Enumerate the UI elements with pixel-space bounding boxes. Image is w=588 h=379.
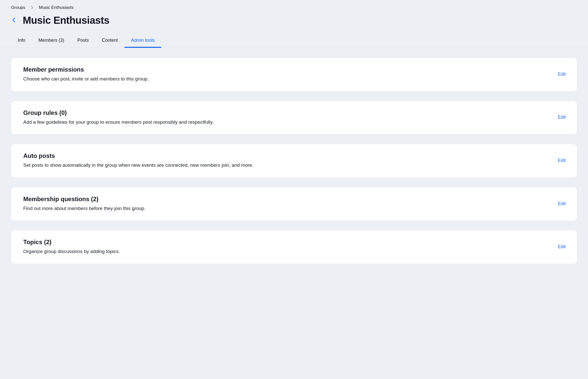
card-auto-posts: Auto posts Set posts to show automatical…	[11, 144, 577, 177]
card-desc: Add a few guidelines for your group to e…	[23, 119, 214, 126]
chevron-right-icon	[31, 6, 33, 10]
card-group-rules: Group rules (0) Add a few guidelines for…	[11, 101, 577, 134]
card-title: Topics (2)	[23, 239, 120, 246]
edit-member-permissions-button[interactable]: Edit	[557, 71, 567, 78]
edit-group-rules-button[interactable]: Edit	[557, 114, 567, 121]
card-text: Member permissions Choose who can post, …	[23, 66, 149, 82]
admin-tools-content: Member permissions Choose who can post, …	[0, 48, 588, 264]
card-title: Auto posts	[23, 152, 253, 159]
card-desc: Choose who can post, invite or add membe…	[23, 76, 149, 82]
card-title: Membership questions (2)	[23, 196, 146, 203]
breadcrumb-root-link[interactable]: Groups	[11, 5, 25, 10]
card-title: Member permissions	[23, 66, 149, 73]
card-desc: Find out more about members before they …	[23, 205, 146, 212]
tab-info[interactable]: Info	[11, 34, 32, 48]
tab-content[interactable]: Content	[95, 34, 124, 48]
tab-members[interactable]: Members (3)	[32, 34, 71, 48]
card-title: Group rules (0)	[23, 109, 214, 116]
card-topics: Topics (2) Organize group discussions by…	[11, 230, 577, 264]
card-membership-questions: Membership questions (2) Find out more a…	[11, 187, 577, 221]
breadcrumb: Groups Music Enthusiasts	[0, 0, 588, 13]
tab-admin-tools[interactable]: Admin tools	[124, 34, 161, 48]
tabs: Info Members (3) Posts Content Admin too…	[0, 34, 588, 48]
card-text: Membership questions (2) Find out more a…	[23, 196, 146, 212]
back-button[interactable]	[11, 16, 17, 25]
edit-topics-button[interactable]: Edit	[557, 243, 567, 250]
card-member-permissions: Member permissions Choose who can post, …	[11, 58, 577, 91]
card-desc: Set posts to show automatically in the g…	[23, 162, 253, 169]
page-title: Music Enthusiasts	[23, 15, 109, 26]
edit-auto-posts-button[interactable]: Edit	[557, 157, 567, 164]
chevron-left-icon	[12, 17, 16, 24]
card-text: Group rules (0) Add a few guidelines for…	[23, 109, 214, 126]
card-desc: Organize group discussions by adding top…	[23, 248, 120, 255]
tab-posts[interactable]: Posts	[71, 34, 95, 48]
page-header: Music Enthusiasts	[0, 13, 588, 34]
breadcrumb-current: Music Enthusiasts	[39, 5, 74, 10]
card-text: Topics (2) Organize group discussions by…	[23, 239, 120, 255]
edit-membership-questions-button[interactable]: Edit	[557, 200, 567, 207]
card-text: Auto posts Set posts to show automatical…	[23, 152, 253, 169]
